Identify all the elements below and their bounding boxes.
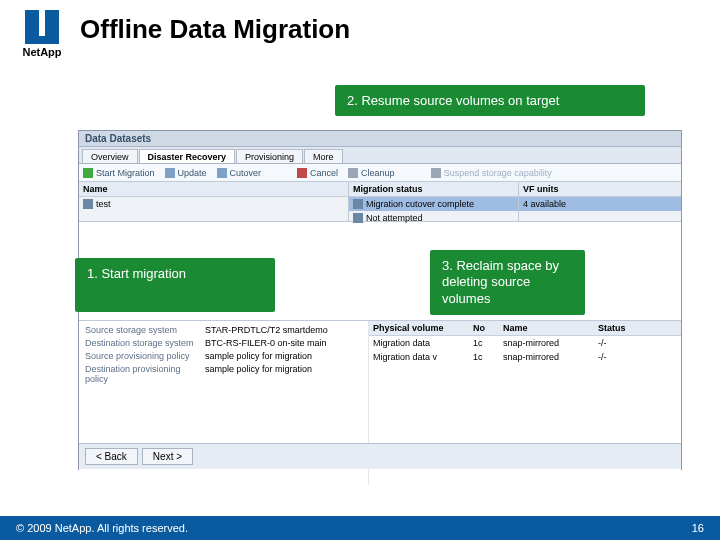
detail-key-srcpolicy: Source provisioning policy (85, 351, 205, 361)
row-migration-status-label[interactable]: Migration cutover complete (349, 197, 518, 211)
tab-more[interactable]: More (304, 149, 343, 163)
table-row[interactable]: Migration data 1c snap-mirrored -/- (369, 336, 681, 350)
toolbar-suspend[interactable]: Suspend storage capability (431, 168, 552, 178)
table-row[interactable]: Migration data v 1c snap-mirrored -/- (369, 350, 681, 364)
tab-strip: Overview Disaster Recovery Provisioning … (79, 147, 681, 164)
toolbar-cleanup[interactable]: Cleanup (348, 168, 395, 178)
next-button[interactable]: Next > (142, 448, 193, 465)
copyright: © 2009 NetApp. All rights reserved. (16, 522, 188, 534)
column-header-migstatus[interactable]: Migration status (349, 182, 518, 197)
callout-step-2: 2. Resume source volumes on target (335, 85, 645, 116)
detail-key-dest: Destination storage system (85, 338, 205, 348)
volume-icon (83, 199, 93, 209)
column-header-vfunits[interactable]: VF units (519, 182, 681, 197)
row-migration-status-text: Not attempted (349, 211, 518, 225)
detail-val-dest: BTC-RS-FILER-0 on-site main (205, 338, 362, 348)
tab-provisioning[interactable]: Provisioning (236, 149, 303, 163)
brand-name: NetApp (22, 46, 61, 58)
th-physical[interactable]: Physical volume (369, 321, 469, 335)
column-header-name[interactable]: Name (79, 182, 348, 197)
detail-val-srcpolicy: sample policy for migration (205, 351, 362, 361)
back-button[interactable]: < Back (85, 448, 138, 465)
toolbar-start-migration[interactable]: Start Migration (83, 168, 155, 178)
detail-key-dstpolicy: Destination provisioning policy (85, 364, 205, 384)
th-status[interactable]: Status (594, 321, 654, 335)
page-title: Offline Data Migration (80, 14, 350, 45)
netapp-logo-icon (25, 10, 59, 44)
detail-key-source: Source storage system (85, 325, 205, 335)
suspend-icon (431, 168, 441, 178)
tab-disaster-recovery[interactable]: Disaster Recovery (139, 149, 236, 163)
detail-val-dstpolicy: sample policy for migration (205, 364, 362, 384)
play-icon (83, 168, 93, 178)
window-title: Data Datasets (79, 131, 681, 147)
page-number: 16 (692, 522, 704, 534)
cleanup-icon (348, 168, 358, 178)
toolbar-cancel[interactable]: Cancel (297, 168, 338, 178)
slide-footer: © 2009 NetApp. All rights reserved. 16 (0, 516, 720, 540)
th-name[interactable]: Name (499, 321, 594, 335)
callout-step-3: 3. Reclaim space by deleting source volu… (430, 250, 585, 315)
brand-block: NetApp (12, 10, 72, 58)
update-icon (165, 168, 175, 178)
callout-step-1: 1. Start migration (75, 258, 275, 312)
cancel-icon (297, 168, 307, 178)
th-no[interactable]: No (469, 321, 499, 335)
dot-icon (353, 213, 363, 223)
toolbar: Start Migration Update Cutover Cancel Cl… (79, 164, 681, 182)
detail-val-source: STAR-PRDTLC/T2 smartdemo (205, 325, 362, 335)
row-name[interactable]: test (79, 197, 348, 211)
toolbar-update[interactable]: Update (165, 168, 207, 178)
tab-overview[interactable]: Overview (82, 149, 138, 163)
toolbar-cutover[interactable]: Cutover (217, 168, 262, 178)
cutover-icon (217, 168, 227, 178)
button-bar: < Back Next > (79, 443, 681, 469)
row-vfunits[interactable]: 4 available (519, 197, 681, 211)
status-icon (353, 199, 363, 209)
